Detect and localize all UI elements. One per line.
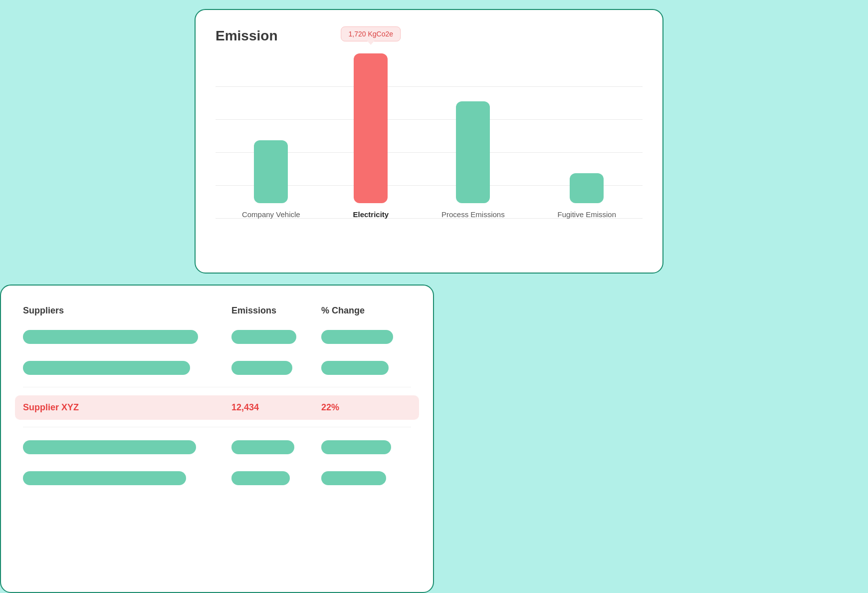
col-header-change: % Change [321, 305, 411, 316]
bar-group-process-emissions: Process Emissions [441, 101, 505, 219]
supplier-pill [23, 330, 198, 344]
table-row [23, 356, 411, 380]
emission-pill [231, 440, 294, 454]
bar-group-electricity: 1,720 KgCo2e Electricity [353, 53, 389, 219]
supplier-pill [23, 361, 190, 375]
table-row-highlighted: Supplier XYZ 12,434 22% [15, 395, 419, 420]
chart-title: Emission [216, 28, 643, 44]
supplier-xyz-emission: 12,434 [231, 402, 321, 413]
table-card: Suppliers Emissions % Change Supplier XY… [0, 285, 434, 593]
change-pill [321, 361, 389, 375]
change-pill [321, 330, 393, 344]
bar-tooltip: 1,720 KgCo2e [341, 26, 401, 41]
supplier-pill [23, 471, 186, 485]
emission-pill [231, 330, 296, 344]
supplier-pill [23, 440, 196, 454]
change-pill [321, 440, 391, 454]
bar-chart-card: Emission Company Vehicle 1,720 KgCo2e El… [195, 9, 663, 274]
col-header-emissions: Emissions [231, 305, 321, 316]
bar-label-process-emissions: Process Emissions [441, 210, 505, 219]
emission-pill [231, 471, 290, 485]
bar-fugitive-emission [570, 173, 604, 203]
bar-label-company-vehicle: Company Vehicle [242, 210, 300, 219]
bar-label-electricity: Electricity [353, 210, 389, 219]
table-row [23, 325, 411, 349]
chart-area: Company Vehicle 1,720 KgCo2e Electricity… [216, 54, 643, 244]
col-header-suppliers: Suppliers [23, 305, 231, 316]
table-separator [23, 427, 411, 427]
table-row [23, 435, 411, 459]
table-header: Suppliers Emissions % Change [23, 305, 411, 316]
supplier-xyz-change: 22% [321, 402, 411, 413]
bar-group-fugitive-emission: Fugitive Emission [558, 173, 617, 219]
bar-electricity [354, 53, 388, 203]
table-separator [23, 387, 411, 387]
bar-company-vehicle [254, 140, 288, 203]
supplier-xyz-name: Supplier XYZ [23, 402, 231, 413]
bar-group-company-vehicle: Company Vehicle [242, 140, 300, 219]
table-row [23, 466, 411, 490]
emission-pill [231, 361, 292, 375]
change-pill [321, 471, 386, 485]
bar-process-emissions [456, 101, 490, 203]
bar-label-fugitive-emission: Fugitive Emission [558, 210, 617, 219]
